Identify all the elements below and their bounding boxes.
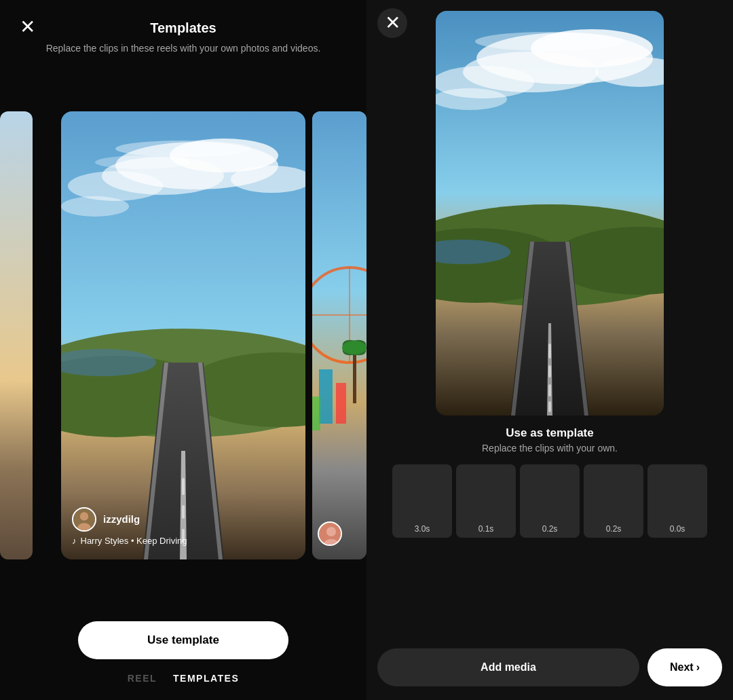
use-template-button[interactable]: Use template	[78, 621, 288, 659]
svg-rect-28	[336, 383, 346, 424]
clip-duration-2: 0.2s	[542, 524, 558, 534]
side-avatar-circle	[318, 521, 342, 546]
close-button-left[interactable]: ✕	[14, 14, 41, 41]
card-main[interactable]: izzydilg ♪ Harry Styles • Keep Driving	[61, 111, 305, 559]
cards-carousel: izzydilg ♪ Harry Styles • Keep Driving	[0, 62, 366, 608]
svg-point-6	[61, 196, 129, 217]
side-avatar	[318, 521, 342, 546]
svg-point-44	[475, 32, 624, 51]
svg-rect-23	[312, 111, 366, 559]
tab-reel[interactable]: REEL	[128, 673, 157, 684]
add-media-label: Add media	[481, 661, 536, 674]
svg-point-8	[95, 155, 190, 169]
page-subtitle: Replace the clips in these reels with yo…	[5, 41, 362, 56]
close-button-right[interactable]: ✕	[377, 8, 407, 38]
svg-rect-51	[548, 344, 551, 358]
right-panel: ✕	[366, 0, 733, 700]
clip-duration-3: 0.2s	[606, 524, 622, 534]
use-as-template-title: Use as template	[506, 426, 593, 440]
clip-thumb-0[interactable]: 3.0s	[392, 464, 452, 538]
svg-point-21	[80, 512, 88, 520]
clips-strip: 3.0s 0.1s 0.2s 0.2s 0.0s	[366, 464, 733, 538]
card-user: izzydilg	[72, 507, 187, 532]
svg-point-7	[115, 141, 251, 157]
replace-clips-subtitle: Replace the clips with your own.	[482, 443, 618, 454]
svg-rect-27	[319, 369, 333, 424]
chevron-right-icon: ›	[696, 661, 700, 674]
left-panel: ✕ Templates Replace the clips in these r…	[0, 0, 366, 700]
preview-video	[436, 11, 664, 416]
tab-templates[interactable]: TEMPLATES	[173, 673, 239, 684]
clip-duration-0: 3.0s	[415, 524, 430, 534]
card-side-right[interactable]	[312, 111, 366, 559]
clip-thumb-4[interactable]: 0.0s	[647, 464, 707, 538]
close-icon-right: ✕	[385, 14, 400, 33]
next-label: Next	[670, 661, 694, 674]
close-icon: ✕	[20, 18, 35, 37]
svg-rect-14	[182, 478, 185, 495]
svg-point-4	[68, 171, 163, 201]
clip-thumb-2[interactable]: 0.2s	[520, 464, 580, 538]
username-label: izzydilg	[103, 513, 140, 525]
use-template-label: Use template	[147, 633, 219, 647]
card-info: izzydilg ♪ Harry Styles • Keep Driving	[72, 507, 187, 546]
next-button[interactable]: Next ›	[647, 648, 722, 686]
svg-rect-29	[312, 397, 320, 430]
card-side-left[interactable]	[0, 111, 33, 559]
left-bottom: Use template REEL TEMPLATES	[0, 608, 366, 700]
svg-rect-52	[548, 365, 551, 377]
music-icon: ♪	[72, 536, 77, 546]
svg-point-33	[342, 341, 366, 354]
svg-rect-54	[548, 401, 551, 412]
clip-duration-4: 0.0s	[670, 524, 685, 534]
svg-rect-30	[353, 349, 356, 403]
svg-point-35	[326, 527, 336, 536]
music-label: Harry Styles • Keep Driving	[81, 536, 187, 546]
clip-thumb-3[interactable]: 0.2s	[584, 464, 643, 538]
svg-rect-53	[548, 384, 551, 397]
add-media-button[interactable]: Add media	[377, 648, 639, 686]
bottom-tabs: REEL TEMPLATES	[128, 673, 240, 684]
page-title: Templates	[150, 20, 216, 36]
clip-duration-1: 0.1s	[478, 524, 494, 534]
music-line: ♪ Harry Styles • Keep Driving	[72, 536, 187, 546]
right-bottom-bar: Add media Next ›	[377, 648, 722, 686]
clip-thumb-1[interactable]: 0.1s	[456, 464, 516, 538]
avatar	[72, 507, 96, 532]
svg-point-43	[436, 88, 507, 110]
